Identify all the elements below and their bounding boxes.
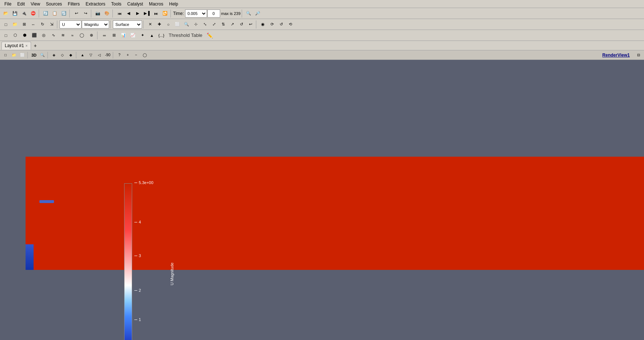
zoom-in-button[interactable]: 🔍 xyxy=(244,9,253,18)
redo-button[interactable]: ↪ xyxy=(81,9,90,18)
open-button[interactable]: 📂 xyxy=(1,9,10,18)
tab-close-icon[interactable]: × xyxy=(26,44,28,48)
save-button[interactable]: 💾 xyxy=(11,9,19,18)
filter-point-btn[interactable]: ✦ xyxy=(138,31,147,40)
view-orient-btn2[interactable]: ◇ xyxy=(58,51,66,59)
grid-button[interactable]: ⊞ xyxy=(20,20,28,29)
open-data-button[interactable]: 📁 xyxy=(11,20,19,29)
view-q-btn[interactable]: ? xyxy=(115,51,123,59)
zoom-out-button[interactable]: 🔎 xyxy=(253,9,262,18)
play-button[interactable]: ▶ xyxy=(133,9,142,18)
query-button[interactable]: ↩ xyxy=(246,20,255,29)
renderview-button[interactable]: ⟳ xyxy=(268,20,276,29)
filter-text-btn[interactable]: {...} xyxy=(157,31,166,40)
cb-value-top: 5.3e+00 xyxy=(139,180,153,185)
refresh-button[interactable]: 🔃 xyxy=(60,9,68,18)
select-z-button[interactable]: ⇅ xyxy=(219,20,227,29)
surface-dropdown[interactable]: Surface xyxy=(113,20,142,28)
menu-edit[interactable]: Edit xyxy=(14,1,28,7)
play-step-button[interactable]: ▶▐ xyxy=(142,9,151,18)
variable-dropdown[interactable]: U xyxy=(60,20,81,28)
view-cube-btn[interactable]: ⬜ xyxy=(18,51,26,59)
menu-extractors[interactable]: Extractors xyxy=(83,1,108,7)
filter-btn10[interactable]: ⊕ xyxy=(87,31,96,40)
connect-button[interactable]: 🔌 xyxy=(20,9,28,18)
select-button[interactable]: ✚ xyxy=(155,20,164,29)
filter-btn2[interactable]: ⬡ xyxy=(11,31,20,40)
render-area[interactable]: 5.3e+00 4 3 2 1 0.0e+00 U Magnitude xyxy=(0,60,644,340)
render-button[interactable]: ◉ xyxy=(258,20,267,29)
orbit-button[interactable]: ○ xyxy=(164,20,173,29)
variable-toolbar: □ 📁 ⊞ ↔ ↻ ⇲ U Magnitu Surface ✕ ✚ ○ ⬜ 🔍 … xyxy=(0,19,644,30)
view-circle-btn[interactable]: ◯ xyxy=(141,51,149,59)
view-arrow-up[interactable]: ▲ xyxy=(78,51,87,59)
menu-tools[interactable]: Tools xyxy=(108,1,124,7)
view-arrow-dn[interactable]: ▽ xyxy=(87,51,95,59)
filter-btn7[interactable]: ≋ xyxy=(58,31,67,40)
view-arrow-lr[interactable]: ◁ xyxy=(95,51,103,59)
time-dropdown[interactable]: 0.005 xyxy=(185,9,207,18)
properties-button[interactable]: 📋 xyxy=(50,9,59,18)
filter-grid-btn[interactable]: ⊞ xyxy=(110,31,118,40)
view-orient-btn3[interactable]: ◆ xyxy=(67,51,75,59)
view-open-btn[interactable]: 📁 xyxy=(10,51,18,59)
view-split-btn[interactable]: ⊟ xyxy=(635,51,643,59)
filter-plot-btn[interactable]: 📈 xyxy=(129,31,137,40)
filter-btn1[interactable]: □ xyxy=(1,31,10,40)
tab-bar: Layout #1 × + xyxy=(0,41,644,50)
toggle-visibility-button[interactable]: □ xyxy=(1,20,10,29)
view-neg90-btn[interactable]: -90 xyxy=(104,51,112,59)
scale-button[interactable]: ⇲ xyxy=(47,20,56,29)
view-3d-btn[interactable]: 3D xyxy=(30,51,38,59)
goto-first-button[interactable]: ⏮ xyxy=(115,9,124,18)
move-button[interactable]: ↔ xyxy=(29,20,38,29)
filter-btn9[interactable]: ◯ xyxy=(77,31,86,40)
filter-volume-btn[interactable]: ▲ xyxy=(147,31,156,40)
goto-last-button[interactable]: ⏭ xyxy=(152,9,160,18)
render-reset-button[interactable]: ⟲ xyxy=(286,20,295,29)
interact-button[interactable]: ✕ xyxy=(146,20,154,29)
filter-btn6[interactable]: ∿ xyxy=(49,31,58,40)
frame-input[interactable] xyxy=(207,9,220,18)
menu-view[interactable]: View xyxy=(28,1,43,7)
select-points-button[interactable]: 🔍 xyxy=(182,20,191,29)
view-orient-btn1[interactable]: ◈ xyxy=(50,51,58,59)
filter-btn8[interactable]: ≈ xyxy=(68,31,77,40)
render-all-button[interactable]: ↺ xyxy=(277,20,285,29)
edit-pencil-button[interactable]: ✏️ xyxy=(205,31,214,40)
disconnect-button[interactable]: ⛔ xyxy=(29,9,38,18)
filter-btn3[interactable]: ⬢ xyxy=(20,31,29,40)
sep7 xyxy=(57,20,58,28)
filter-btn5[interactable]: ◎ xyxy=(39,31,48,40)
select-surface-button[interactable]: ↗ xyxy=(228,20,237,29)
filter-btn4[interactable]: ⬛ xyxy=(30,31,39,40)
prev-frame-button[interactable]: ◀ xyxy=(124,9,133,18)
filter-bar-btn[interactable]: 📊 xyxy=(119,31,128,40)
rectangle-button[interactable]: ⬜ xyxy=(173,20,182,29)
loop-button[interactable]: 🔁 xyxy=(161,9,169,18)
rotate90-button[interactable]: ↺ xyxy=(237,20,246,29)
select-y-button[interactable]: ⤢ xyxy=(210,20,218,29)
filter-toolbar: □ ⬡ ⬢ ⬛ ◎ ∿ ≋ ≈ ◯ ⊕ ═ ⊞ 📊 📈 ✦ ▲ {...} Th… xyxy=(0,30,644,41)
rotate-button[interactable]: ↻ xyxy=(38,20,47,29)
reload-button[interactable]: 🔄 xyxy=(41,9,50,18)
view-plus-btn[interactable]: + xyxy=(124,51,132,59)
menu-macros[interactable]: Macros xyxy=(146,1,166,7)
menu-sources[interactable]: Sources xyxy=(43,1,65,7)
undo-button[interactable]: ↩ xyxy=(72,9,81,18)
menu-catalyst[interactable]: Catalyst xyxy=(124,1,146,7)
menu-help[interactable]: Help xyxy=(166,1,181,7)
menu-filters[interactable]: Filters xyxy=(65,1,83,7)
view-checkbox[interactable]: □ xyxy=(1,51,9,59)
filter-axis-btn[interactable]: ═ xyxy=(100,31,109,40)
add-tab-button[interactable]: + xyxy=(32,42,39,49)
layout-tab[interactable]: Layout #1 × xyxy=(1,42,31,50)
view-magnify-btn[interactable]: 🔍 xyxy=(38,51,46,59)
edit-color-button[interactable]: 🎨 xyxy=(103,9,111,18)
capture-button[interactable]: 📷 xyxy=(93,9,102,18)
select-cells-button[interactable]: ⊹ xyxy=(191,20,200,29)
view-minus-btn[interactable]: − xyxy=(132,51,140,59)
menu-file[interactable]: File xyxy=(1,1,14,7)
select-x-button[interactable]: ⤡ xyxy=(200,20,209,29)
magnitude-dropdown[interactable]: Magnitu xyxy=(82,20,109,28)
